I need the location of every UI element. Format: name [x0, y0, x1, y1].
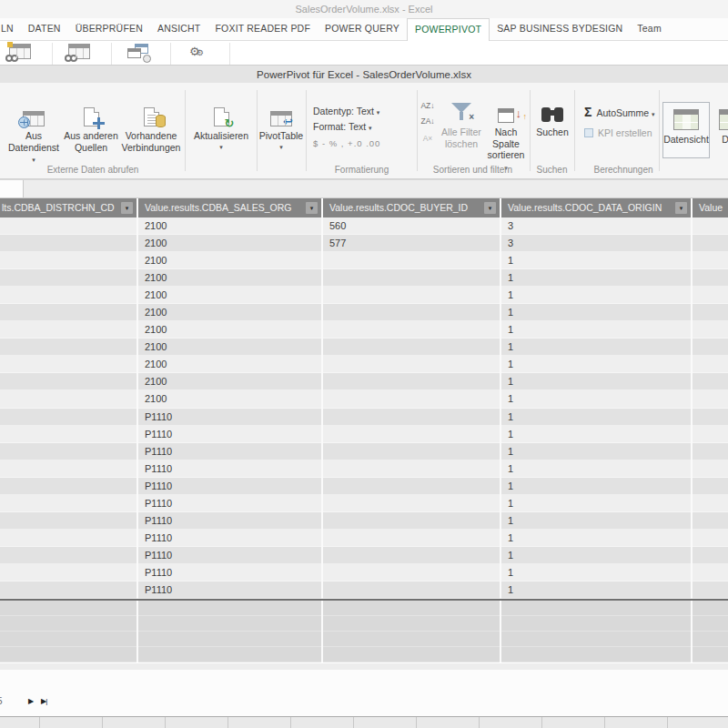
table-cell[interactable]: [0, 495, 136, 512]
table-cell[interactable]: 1: [501, 304, 691, 321]
table-cell[interactable]: [0, 304, 136, 321]
column-header[interactable]: lts.CDBA_DISTRCHN_CD▾: [0, 198, 136, 217]
ribbon-tab-ln[interactable]: LN: [0, 18, 21, 40]
tools-button[interactable]: ⚙⚙: [189, 44, 204, 61]
table-cell[interactable]: P1110: [138, 547, 321, 564]
table-cell[interactable]: 3: [501, 217, 691, 235]
table-cell[interactable]: 1: [501, 460, 691, 478]
table-cell[interactable]: 1: [501, 530, 691, 547]
table-cell[interactable]: [693, 217, 728, 235]
datatype-dropdown[interactable]: Datentyp: Text ▾: [313, 105, 379, 119]
table-cell[interactable]: [0, 269, 136, 287]
table-cell[interactable]: [0, 252, 136, 269]
last-record-button[interactable]: ▶|: [41, 697, 46, 705]
table-cell[interactable]: [323, 409, 500, 426]
existing-connections-button[interactable]: Vorhandene Verbindungen: [120, 96, 182, 153]
bottom-scrollbar-track[interactable]: [0, 716, 728, 728]
table-cell[interactable]: [0, 356, 136, 373]
table-cell[interactable]: [693, 287, 728, 304]
filter-dropdown-icon[interactable]: ▾: [484, 202, 496, 214]
ribbon-tab-team[interactable]: Team: [630, 18, 668, 40]
ribbon-tab-ansicht[interactable]: ANSICHT: [150, 18, 208, 40]
table-cell[interactable]: [693, 356, 728, 373]
table-cell[interactable]: 1: [501, 339, 691, 356]
table-cell[interactable]: [0, 390, 136, 408]
table-cell[interactable]: [323, 443, 500, 460]
ribbon-tab-power-query[interactable]: POWER QUERY: [318, 18, 407, 40]
table-cell[interactable]: [323, 530, 500, 547]
table-cell[interactable]: [693, 460, 728, 478]
clear-sort-button[interactable]: A×: [420, 134, 436, 143]
filter-dropdown-icon[interactable]: ▾: [306, 202, 318, 214]
table-cell[interactable]: P1110: [138, 409, 321, 426]
table-cell[interactable]: [0, 564, 136, 581]
table-cell[interactable]: [0, 217, 136, 235]
table-cell[interactable]: [323, 304, 500, 321]
table-cell[interactable]: [0, 530, 136, 547]
powerpivot-titlebar[interactable]: PowerPivot für Excel - SalesOrderVolume.…: [0, 65, 728, 83]
next-record-button[interactable]: ▶: [28, 697, 34, 705]
table-cell[interactable]: 2100: [138, 252, 321, 269]
table-cell[interactable]: [0, 443, 136, 460]
table-cell[interactable]: [693, 581, 728, 599]
table-cell[interactable]: [0, 321, 136, 339]
table-cell[interactable]: [323, 495, 500, 512]
table-cell[interactable]: [0, 478, 136, 495]
table-cell[interactable]: 2100: [138, 390, 321, 408]
table-cell[interactable]: 1: [501, 287, 691, 304]
table-cell[interactable]: P1110: [138, 530, 321, 547]
table-cell[interactable]: [693, 547, 728, 564]
table-cell[interactable]: [323, 478, 500, 495]
table-cell[interactable]: 1: [501, 478, 691, 495]
table-cell[interactable]: P1110: [138, 460, 321, 478]
formula-fx-cell[interactable]: [0, 180, 24, 197]
diagram-view-button[interactable]: Diag: [712, 102, 728, 158]
sort-by-column-button[interactable]: ↓ ↑ Nach Spalte sortieren ▾: [485, 97, 527, 174]
table-cell[interactable]: 2100: [138, 217, 321, 235]
table-cell[interactable]: [693, 373, 728, 390]
table-cell[interactable]: [323, 373, 500, 390]
table-cell[interactable]: [323, 269, 500, 287]
column-header[interactable]: Value: [693, 198, 728, 217]
column-header[interactable]: Value.results.CDOC_DATA_ORIGIN▾: [501, 198, 691, 217]
table-cell[interactable]: [693, 530, 728, 547]
table-cell[interactable]: [0, 339, 136, 356]
table-cell[interactable]: 2100: [138, 287, 321, 304]
from-data-service-button[interactable]: Aus Datendienst ▾: [5, 96, 62, 167]
table-cell[interactable]: [323, 390, 500, 408]
table-cell[interactable]: 2100: [138, 373, 321, 390]
table-cell[interactable]: 1: [501, 512, 691, 530]
create-kpi-button[interactable]: KPI erstellen: [584, 127, 652, 139]
table-cell[interactable]: [693, 269, 728, 287]
table-cell[interactable]: 1: [501, 564, 691, 581]
table-cell[interactable]: P1110: [138, 426, 321, 443]
table-cell[interactable]: 1: [501, 443, 691, 460]
table-cell[interactable]: [693, 252, 728, 269]
table-cell[interactable]: P1110: [138, 564, 321, 581]
table-cell[interactable]: 1: [501, 495, 691, 512]
table-cell[interactable]: [693, 304, 728, 321]
table-cell[interactable]: 1: [501, 252, 691, 269]
from-other-sources-button[interactable]: Aus anderen Quellen: [62, 96, 120, 153]
ribbon-tab-daten[interactable]: DATEN: [21, 18, 68, 40]
format-dropdown[interactable]: Format: Text ▾: [313, 120, 372, 135]
sort-az-button[interactable]: AZ↓: [420, 101, 436, 110]
table-cell[interactable]: [693, 478, 728, 495]
table-cell[interactable]: P1110: [138, 443, 321, 460]
column-header[interactable]: Value.results.CDOC_BUYER_ID▾: [323, 198, 500, 217]
table-cell[interactable]: 577: [323, 235, 500, 252]
table-cell[interactable]: [693, 321, 728, 339]
pivottable-button[interactable]: ↩ PivotTable ▾: [258, 96, 304, 153]
table-cell[interactable]: P1110: [138, 512, 321, 530]
ribbon-tab-foxit-reader-pdf[interactable]: FOXIT READER PDF: [207, 18, 318, 40]
find-button[interactable]: Suchen: [536, 99, 569, 138]
ribbon-tab-powerpivot[interactable]: POWERPIVOT: [407, 18, 490, 41]
table-cell[interactable]: 1: [501, 390, 691, 408]
table-cell[interactable]: 1: [501, 356, 691, 373]
table-cell[interactable]: [323, 564, 500, 581]
table-cell[interactable]: 560: [323, 217, 500, 235]
table-cell[interactable]: [323, 581, 500, 599]
table-cell[interactable]: [0, 460, 136, 478]
autosum-button[interactable]: ΣAutoSumme ▾: [584, 106, 655, 120]
filter-dropdown-icon[interactable]: ▾: [121, 202, 133, 214]
